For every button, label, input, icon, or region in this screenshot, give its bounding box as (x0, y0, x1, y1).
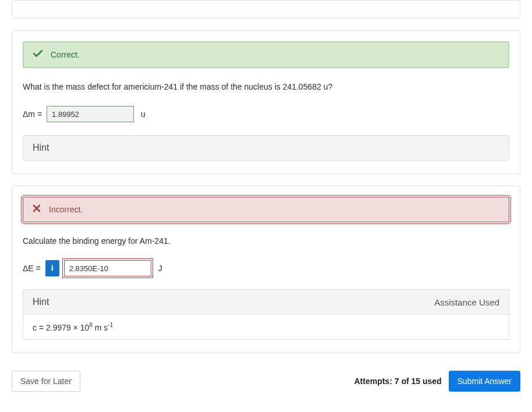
attempts-label: Attempts: 7 of 15 used (354, 377, 441, 386)
footer-right: Attempts: 7 of 15 used Submit Answer (354, 371, 520, 392)
check-icon (33, 49, 42, 60)
hint-box-1: Hint (23, 135, 509, 161)
footer: Save for Later Attempts: 7 of 15 used Su… (12, 371, 520, 392)
status-incorrect: Incorrect. (23, 197, 509, 222)
save-for-later-button[interactable]: Save for Later (12, 371, 80, 392)
question-text-2: Calculate the binding energy for Am-241. (23, 235, 509, 247)
mass-defect-input[interactable] (47, 106, 134, 122)
answer-row-2: ΔE = i J (23, 260, 509, 276)
answer-prefix-1: Δm = (23, 109, 42, 119)
unit-2: J (158, 264, 162, 273)
info-icon[interactable]: i (45, 260, 59, 276)
question-card-1: Correct. What is the mass defect for ame… (12, 30, 520, 174)
submit-answer-button[interactable]: Submit Answer (449, 371, 520, 392)
question-text-1: What is the mass defect for americium-24… (23, 81, 509, 93)
question-card-2: Incorrect. Calculate the binding energy … (12, 186, 520, 353)
hint-label-2: Hint (33, 297, 49, 307)
binding-energy-input[interactable] (64, 260, 151, 276)
unit-1: u (141, 109, 146, 119)
empty-card (12, 0, 520, 19)
answer-prefix-2: ΔE = (23, 264, 41, 273)
answer-row-1: Δm = u (23, 106, 509, 122)
hint-body: c = 2.9979 × 108 m s-1 (23, 314, 509, 339)
cross-icon (33, 204, 41, 215)
status-label-2: Incorrect. (49, 205, 83, 214)
hint-toggle-1[interactable]: Hint (23, 136, 509, 160)
status-label: Correct. (51, 50, 80, 59)
status-correct: Correct. (23, 41, 509, 68)
hint-box-2: Hint Assistance Used c = 2.9979 × 108 m … (23, 289, 509, 340)
hint-label-1: Hint (33, 143, 49, 153)
assistance-used-label: Assistance Used (434, 297, 499, 307)
hint-toggle-2[interactable]: Hint Assistance Used (23, 290, 509, 314)
